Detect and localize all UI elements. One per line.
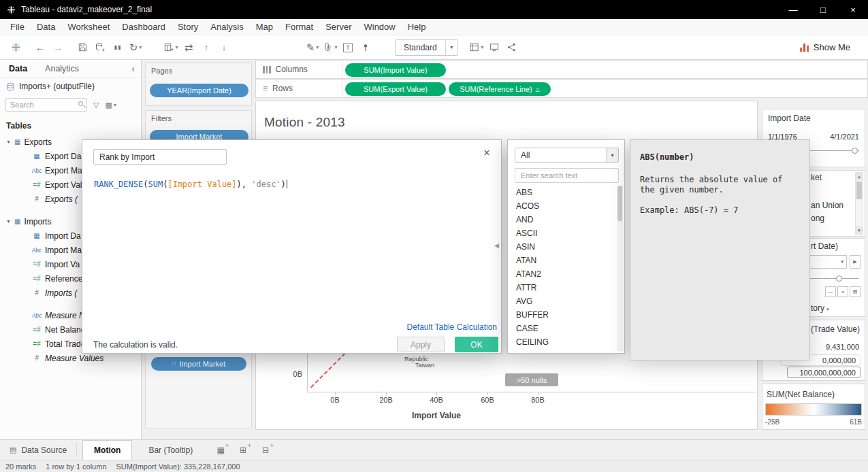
function-list-item[interactable]: CEILING (509, 335, 615, 349)
menu-worksheet[interactable]: Worksheet (61, 19, 116, 35)
sheet-tab-motion[interactable]: Motion (82, 440, 132, 460)
columns-pill[interactable]: SUM(Import Value) (345, 63, 446, 77)
menu-map[interactable]: Map (250, 19, 279, 35)
scroll-down-icon[interactable]: ▼ (856, 226, 863, 234)
date-slider-handle[interactable] (852, 148, 858, 154)
function-list-item[interactable]: ATAN2 (509, 267, 615, 281)
function-list-item[interactable]: BUFFER (509, 308, 615, 322)
fit-selector[interactable]: Standard ▾ (395, 39, 458, 56)
dialog-close-icon[interactable]: × (481, 147, 493, 159)
menu-server[interactable]: Server (319, 19, 357, 35)
page-slider-handle[interactable] (836, 275, 842, 282)
show-mark-labels-button[interactable]: T (339, 38, 357, 57)
menu-story[interactable]: Story (172, 19, 204, 35)
collapse-functions-icon[interactable]: ◀ (494, 242, 499, 249)
rows-pill[interactable]: SUM(Reference Line)△ (449, 82, 551, 96)
function-list-item[interactable]: ATTR (509, 281, 615, 294)
show-me-button[interactable]: Show Me (800, 42, 861, 52)
function-category-select[interactable]: All ▾ (515, 148, 619, 163)
menu-dashboard[interactable]: Dashboard (116, 19, 172, 35)
scroll-thumb[interactable] (856, 182, 862, 199)
highlight-button[interactable]: ✎▾ (304, 38, 321, 57)
gradient-min-label: -25B (765, 418, 779, 426)
filter-item[interactable]: an Union (811, 201, 843, 210)
new-worksheet-tab-button[interactable]: ▦+ (212, 443, 229, 458)
function-list-item[interactable]: ABS (509, 186, 615, 199)
menu-format[interactable]: Format (279, 19, 319, 35)
data-source-item[interactable]: Imports+ (outputFile) (0, 78, 141, 95)
function-list-item[interactable]: CHAR (509, 349, 615, 352)
default-table-calculation-link[interactable]: Default Table Calculation (406, 322, 497, 332)
function-list-item[interactable]: AVG (509, 294, 615, 308)
scroll-thumb[interactable] (617, 186, 622, 221)
color-gradient-bar[interactable] (765, 403, 862, 416)
formula-editor[interactable]: RANK_DENSE(SUM([Import Value]), 'desc') (94, 180, 483, 189)
history-show-both-button[interactable]: ▤ (850, 286, 861, 297)
chevron-down-icon[interactable]: ▾ (445, 40, 457, 55)
refresh-button[interactable]: ↻▾ (127, 38, 144, 57)
x-axis-line (307, 392, 756, 392)
view-options-button[interactable]: ▦▾ (105, 101, 116, 109)
next-page-button[interactable]: ▶ (850, 255, 861, 269)
show-hide-cards-button[interactable]: ▾ (468, 38, 485, 57)
history-show-marks-button[interactable]: — (825, 286, 836, 297)
function-list-item[interactable]: ASIN (509, 240, 615, 254)
pause-auto-updates-button[interactable]: ▮▮ (109, 38, 127, 57)
scroll-up-icon[interactable]: ▲ (856, 173, 863, 180)
tab-data[interactable]: Data (0, 64, 36, 73)
data-source-tab[interactable]: ▤Data Source (0, 440, 76, 460)
pages-pill[interactable]: YEAR(Import Date) (150, 84, 248, 97)
sort-descending-button[interactable]: ↓ (215, 38, 233, 57)
swap-rows-columns-button[interactable]: ⇄ (180, 38, 197, 57)
maximize-button[interactable]: □ (808, 0, 838, 19)
collapse-pane-icon[interactable]: ‹ (131, 63, 141, 74)
sheet-tab-bar-tooltip[interactable]: Bar (Tooltip) (138, 440, 204, 460)
tableau-logo-button[interactable] (7, 38, 25, 57)
menu-file[interactable]: File (4, 19, 31, 35)
function-search-input[interactable] (515, 168, 619, 183)
undo-button[interactable]: ← (31, 38, 49, 57)
history-show-trails-button[interactable]: ≡ (837, 286, 848, 297)
function-list-item[interactable]: AND (509, 213, 615, 226)
function-list-item[interactable]: CASE (509, 322, 615, 335)
size-legend-value[interactable]: 9,431,000 (826, 343, 859, 351)
marks-detail-pill[interactable]: ∷Import Market (151, 357, 246, 371)
menu-analysis[interactable]: Analysis (204, 19, 249, 35)
minimize-button[interactable]: — (778, 0, 808, 19)
close-button[interactable]: × (838, 0, 868, 19)
tab-analytics[interactable]: Analytics (36, 64, 88, 73)
sort-ascending-button[interactable]: ↑ (197, 38, 215, 57)
show-history-label[interactable]: tory ▾ (811, 303, 829, 313)
presentation-mode-button[interactable] (485, 38, 503, 57)
group-members-button[interactable]: ▾ (321, 38, 339, 57)
menu-data[interactable]: Data (31, 19, 61, 35)
save-button[interactable] (74, 38, 91, 57)
apply-button[interactable]: Apply (397, 337, 445, 352)
new-story-tab-button[interactable]: ⊟+ (257, 443, 274, 458)
ok-button[interactable]: OK (455, 337, 498, 352)
text-label-icon: T (343, 43, 353, 52)
menu-window[interactable]: Window (357, 19, 401, 35)
filter-item[interactable]: ong (811, 214, 824, 223)
function-list-item[interactable]: ACOS (509, 199, 615, 213)
field-search-input[interactable] (5, 98, 87, 112)
calculation-name-input[interactable] (93, 149, 227, 165)
share-workbook-button[interactable] (503, 38, 521, 57)
filter-fields-icon[interactable]: ▽ (93, 101, 99, 109)
size-legend-value-selected[interactable]: 100,000,000,000 (787, 367, 861, 378)
new-worksheet-button[interactable]: ▾ (162, 38, 180, 57)
redo-button[interactable]: → (49, 38, 67, 57)
expand-caret-icon[interactable]: ▼ (6, 139, 11, 144)
null-indicator[interactable]: >50 nulls (505, 373, 558, 386)
function-list-item[interactable]: ATAN (509, 254, 615, 267)
function-list-item[interactable]: ASCII (509, 226, 615, 240)
fix-axes-button[interactable] (357, 38, 374, 57)
expand-caret-icon[interactable]: ▼ (6, 219, 11, 224)
rows-pill[interactable]: SUM(Export Value) (345, 82, 446, 96)
scrollbar[interactable]: ▲ ▼ (855, 172, 863, 235)
new-data-source-button[interactable] (91, 38, 109, 57)
menu-help[interactable]: Help (402, 19, 432, 35)
scrollbar[interactable] (617, 186, 623, 351)
chevron-down-icon[interactable]: ▾ (606, 148, 618, 162)
new-dashboard-tab-button[interactable]: ⊞+ (234, 443, 252, 458)
